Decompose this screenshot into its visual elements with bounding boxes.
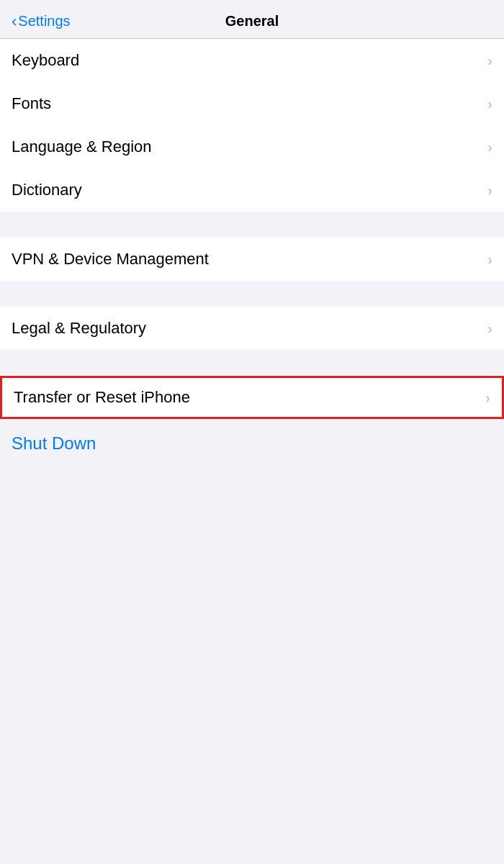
- section-separator-2: [0, 281, 504, 307]
- settings-group-1: Keyboard › Fonts › Language & Region › D…: [0, 39, 504, 212]
- chevron-right-icon: ›: [487, 320, 492, 337]
- chevron-right-icon: ›: [487, 251, 492, 268]
- vpn-label: VPN & Device Management: [12, 250, 209, 269]
- settings-group-3: Legal & Regulatory ›: [0, 307, 504, 350]
- transfer-reset-label: Transfer or Reset iPhone: [14, 388, 190, 407]
- header: ‹ Settings General: [0, 0, 504, 39]
- list-item-dictionary[interactable]: Dictionary ›: [0, 168, 504, 212]
- back-chevron-icon: ‹: [12, 12, 17, 31]
- list-item-transfer-reset[interactable]: Transfer or Reset iPhone ›: [0, 376, 504, 419]
- shutdown-button[interactable]: Shut Down: [12, 433, 96, 454]
- fonts-label: Fonts: [12, 94, 51, 113]
- section-separator-3: [0, 350, 504, 376]
- legal-label: Legal & Regulatory: [12, 319, 146, 338]
- list-item-legal[interactable]: Legal & Regulatory ›: [0, 307, 504, 350]
- section-separator-1: [0, 212, 504, 238]
- list-item-keyboard[interactable]: Keyboard ›: [0, 39, 504, 82]
- keyboard-label: Keyboard: [12, 51, 79, 70]
- back-button[interactable]: ‹ Settings: [12, 12, 71, 31]
- list-item-language-region[interactable]: Language & Region ›: [0, 125, 504, 168]
- chevron-right-icon: ›: [487, 53, 492, 69]
- chevron-right-icon: ›: [487, 96, 492, 112]
- language-region-label: Language & Region: [12, 138, 152, 156]
- dictionary-label: Dictionary: [12, 181, 82, 199]
- list-item-vpn[interactable]: VPN & Device Management ›: [0, 238, 504, 281]
- page-title: General: [225, 13, 279, 30]
- list-item-fonts[interactable]: Fonts ›: [0, 82, 504, 125]
- shutdown-section: Shut Down: [0, 419, 504, 468]
- chevron-right-icon: ›: [487, 182, 492, 199]
- settings-group-2: VPN & Device Management ›: [0, 238, 504, 281]
- back-label: Settings: [18, 13, 70, 30]
- chevron-right-icon: ›: [485, 390, 490, 406]
- chevron-right-icon: ›: [487, 139, 492, 156]
